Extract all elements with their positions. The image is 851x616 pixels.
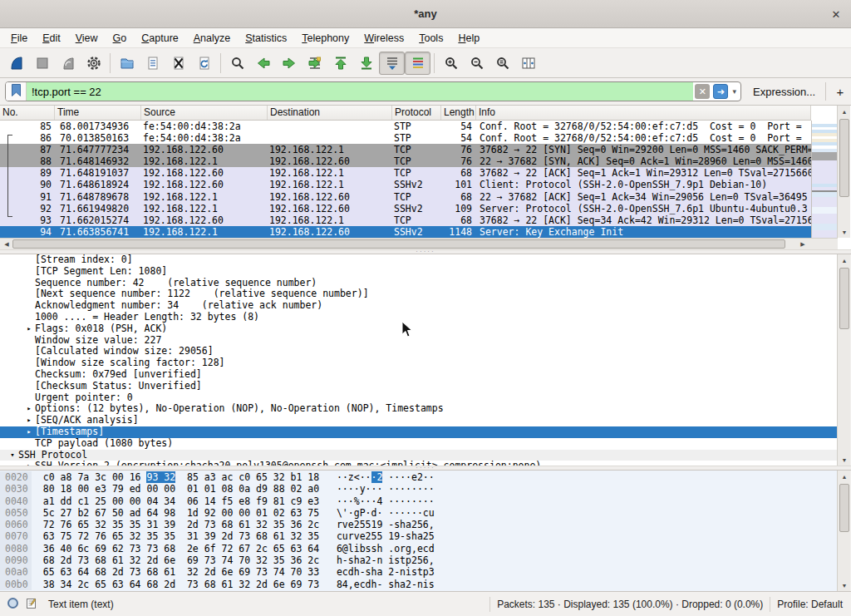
- close-window-button[interactable]: ✕: [828, 6, 844, 22]
- detail-line[interactable]: [Next sequence number: 1122 (relative se…: [0, 288, 838, 300]
- column-header-no[interactable]: No.: [0, 106, 55, 120]
- packet-list-minimap[interactable]: [811, 121, 838, 238]
- detail-line[interactable]: [Calculated window size: 29056]: [0, 346, 838, 357]
- filter-clear-button[interactable]: ✕: [695, 84, 710, 99]
- hex-row[interactable]: 0020 c0 a8 7a 3c 00 16 93 32 85 a3 ac c0…: [0, 471, 838, 483]
- display-filter-input[interactable]: [27, 82, 693, 101]
- bytes-vscrollbar[interactable]: ▲ ▼: [837, 471, 850, 591]
- packet-row[interactable]: 9071.648618924192.168.122.60192.168.122.…: [0, 179, 811, 190]
- detail-line[interactable]: [TCP Segment Len: 1080]: [0, 266, 838, 278]
- save-file-button[interactable]: [140, 52, 165, 75]
- detail-line[interactable]: ▸Options: (12 bytes), No-Operation (NOP)…: [0, 403, 838, 415]
- go-back-button[interactable]: [250, 52, 276, 75]
- hex-row[interactable]: 0050 5c 27 b2 67 50 ad 64 98 1d 92 00 00…: [0, 507, 838, 519]
- detail-line[interactable]: Checksum: 0x79ed [unverified]: [0, 369, 838, 381]
- detail-line[interactable]: [Stream index: 0]: [0, 254, 838, 266]
- detail-line[interactable]: ▾SSH Protocol: [0, 450, 838, 461]
- scroll-right-icon[interactable]: ▶: [796, 239, 809, 250]
- close-file-button[interactable]: [165, 52, 191, 75]
- scroll-up-icon[interactable]: ▲: [838, 106, 851, 117]
- packet-row[interactable]: 8871.648146932192.168.122.1192.168.122.6…: [0, 155, 811, 167]
- expand-arrow-icon[interactable]: ▸: [23, 323, 35, 335]
- detail-line[interactable]: ▸[Timestamps]: [0, 426, 838, 438]
- hex-row[interactable]: 00b0 38 34 2c 65 63 64 68 2d 73 68 61 32…: [0, 579, 838, 590]
- menu-statistics[interactable]: Statistics: [238, 30, 294, 47]
- menu-capture[interactable]: Capture: [134, 30, 185, 47]
- menu-tools[interactable]: Tools: [411, 30, 450, 47]
- scrollbar-thumb[interactable]: [839, 268, 849, 329]
- stop-capture-button[interactable]: [29, 52, 55, 75]
- column-header-time[interactable]: Time: [55, 106, 141, 120]
- detail-line[interactable]: [Checksum Status: Unverified]: [0, 381, 838, 392]
- colorize-toggle[interactable]: [405, 52, 430, 75]
- expert-info-button[interactable]: [7, 597, 19, 612]
- scroll-down-icon[interactable]: ▼: [838, 226, 851, 238]
- column-header-protocol[interactable]: Protocol: [392, 106, 441, 120]
- menu-view[interactable]: View: [68, 30, 106, 47]
- scroll-up-icon[interactable]: ▲: [838, 254, 851, 266]
- detail-line[interactable]: Window size value: 227: [0, 335, 838, 347]
- scroll-left-icon[interactable]: ◀: [0, 239, 13, 250]
- hex-row[interactable]: 0040 a1 dd c1 25 00 00 04 34 06 14 f5 e8…: [0, 495, 838, 507]
- resize-columns-button[interactable]: [515, 52, 541, 75]
- details-vscrollbar[interactable]: ▲ ▼: [837, 254, 850, 466]
- column-header-info[interactable]: Info: [476, 106, 811, 120]
- filter-apply-button[interactable]: ➜: [713, 84, 728, 99]
- scroll-up-icon[interactable]: ▲: [838, 471, 851, 482]
- detail-line[interactable]: Urgent pointer: 0: [0, 392, 838, 404]
- packet-row[interactable]: 8568.001734936fe:54:00:d4:38:2aSTP54Conf…: [0, 121, 811, 132]
- filter-bookmark-button[interactable]: [6, 82, 27, 101]
- expand-arrow-icon[interactable]: ▸: [23, 426, 35, 438]
- packet-list-vscrollbar[interactable]: ▲ ▼: [837, 106, 850, 238]
- zoom-original-button[interactable]: [489, 52, 515, 75]
- find-packet-button[interactable]: [224, 52, 250, 75]
- packet-row[interactable]: 9171.648789678192.168.122.1192.168.122.6…: [0, 191, 811, 203]
- packet-row[interactable]: 8670.013850163fe:54:00:d4:38:2aSTP54Conf…: [0, 132, 811, 144]
- go-to-packet-button[interactable]: [302, 52, 327, 75]
- menu-file[interactable]: File: [3, 30, 35, 47]
- scroll-down-icon[interactable]: ▼: [838, 454, 851, 466]
- detail-line[interactable]: TCP payload (1080 bytes): [0, 438, 838, 450]
- zoom-in-button[interactable]: [438, 52, 464, 75]
- reload-file-button[interactable]: [191, 52, 217, 75]
- expression-button[interactable]: Expression...: [753, 86, 815, 98]
- menu-wireless[interactable]: Wireless: [357, 30, 411, 47]
- detail-line[interactable]: [Window size scaling factor: 128]: [0, 357, 838, 369]
- open-file-button[interactable]: [114, 52, 140, 75]
- menu-analyze[interactable]: Analyze: [186, 30, 238, 47]
- hex-row[interactable]: 0060 72 76 65 32 35 35 31 39 2d 73 68 61…: [0, 519, 838, 530]
- column-header-destination[interactable]: Destination: [268, 106, 392, 120]
- hex-row[interactable]: 0090 68 2d 73 68 61 32 2d 6e 69 73 74 70…: [0, 554, 838, 566]
- detail-line[interactable]: ▸[SEQ/ACK analysis]: [0, 415, 838, 426]
- hex-row[interactable]: 0070 63 75 72 76 65 32 35 35 31 39 2d 73…: [0, 530, 838, 542]
- add-filter-button[interactable]: +: [834, 85, 846, 99]
- menu-help[interactable]: Help: [450, 30, 487, 47]
- filter-dropdown-caret[interactable]: ▾: [732, 87, 736, 96]
- scrollbar-thumb[interactable]: [12, 239, 785, 249]
- packet-row[interactable]: 8771.647777234192.168.122.60192.168.122.…: [0, 144, 811, 155]
- hex-row[interactable]: 00a0 65 63 64 68 2d 73 68 61 32 2d 6e 69…: [0, 566, 838, 578]
- detail-line[interactable]: ▸Flags: 0x018 (PSH, ACK): [0, 323, 838, 335]
- packet-row[interactable]: 9471.663856741192.168.122.1192.168.122.6…: [0, 226, 811, 238]
- capture-comment-button[interactable]: [26, 597, 38, 612]
- menu-edit[interactable]: Edit: [35, 30, 68, 47]
- expand-arrow-icon[interactable]: ▸: [23, 403, 35, 415]
- collapse-arrow-icon[interactable]: ▾: [7, 450, 18, 461]
- column-header-length[interactable]: Length: [441, 106, 476, 120]
- capture-options-button[interactable]: [81, 52, 106, 75]
- scrollbar-thumb[interactable]: [839, 484, 849, 532]
- go-to-bottom-button[interactable]: [353, 52, 379, 75]
- detail-line[interactable]: Acknowledgment number: 34 (relative ack …: [0, 300, 838, 312]
- hex-row[interactable]: 0080 36 40 6c 69 62 73 73 68 2e 6f 72 67…: [0, 543, 838, 554]
- start-capture-button[interactable]: [3, 52, 29, 75]
- zoom-out-button[interactable]: [464, 52, 489, 75]
- packet-row[interactable]: 9271.661949820192.168.122.1192.168.122.6…: [0, 203, 811, 214]
- hex-row[interactable]: 0030 80 18 00 e3 79 ed 00 00 01 01 08 0a…: [0, 483, 838, 495]
- expand-arrow-icon[interactable]: ▸: [23, 415, 35, 426]
- auto-scroll-toggle[interactable]: [379, 52, 405, 75]
- go-forward-button[interactable]: [276, 52, 302, 75]
- detail-line[interactable]: Sequence number: 42 (relative sequence n…: [0, 278, 838, 289]
- detail-line[interactable]: 1000 .... = Header Length: 32 bytes (8): [0, 312, 838, 323]
- scrollbar-thumb[interactable]: [839, 119, 849, 197]
- column-header-source[interactable]: Source: [141, 106, 268, 120]
